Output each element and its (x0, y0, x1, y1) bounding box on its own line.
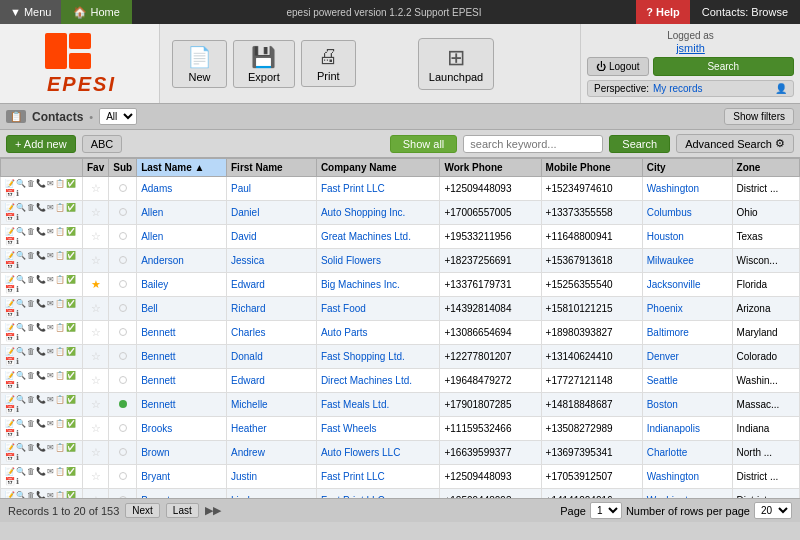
row-lastname[interactable]: Bennett (137, 321, 227, 345)
col-mobile[interactable]: Mobile Phone (541, 159, 642, 177)
row-lastname[interactable]: Bryant (137, 465, 227, 489)
help-button[interactable]: ? Help (636, 0, 690, 24)
col-fav[interactable]: Fav (83, 159, 109, 177)
col-zone[interactable]: Zone (732, 159, 799, 177)
row-company[interactable]: Fast Shopping Ltd. (316, 345, 440, 369)
row-sub[interactable] (109, 345, 137, 369)
edit-icon[interactable]: 📝 (5, 371, 15, 380)
row-firstname[interactable]: Edward (227, 369, 317, 393)
calendar-icon[interactable]: 📅 (5, 189, 15, 198)
row-lastname[interactable]: Adams (137, 177, 227, 201)
calendar-icon[interactable]: 📅 (5, 429, 15, 438)
task-icon[interactable]: ✅ (66, 371, 76, 380)
logout-button[interactable]: ⏻ Logout (587, 57, 649, 76)
row-company[interactable]: Fast Print LLC (316, 465, 440, 489)
email-icon[interactable]: ✉ (47, 395, 54, 404)
row-actions[interactable]: 📝 🔍 🗑 📞 ✉ 📋 ✅ 📅 ℹ (1, 297, 83, 321)
row-actions[interactable]: 📝 🔍 🗑 📞 ✉ 📋 ✅ 📅 ℹ (1, 369, 83, 393)
export-button[interactable]: 💾 Export (233, 40, 295, 88)
col-work[interactable]: Work Phone (440, 159, 541, 177)
view-icon[interactable]: 🔍 (16, 323, 26, 332)
row-actions[interactable]: 📝 🔍 🗑 📞 ✉ 📋 ✅ 📅 ℹ (1, 225, 83, 249)
phone-icon[interactable]: 📞 (36, 419, 46, 428)
launchpad-button[interactable]: ⊞ Launchpad (418, 38, 494, 90)
phone-icon[interactable]: 📞 (36, 443, 46, 452)
row-sub[interactable] (109, 393, 137, 417)
edit-icon[interactable]: 📝 (5, 323, 15, 332)
home-button[interactable]: 🏠 Home (61, 0, 131, 24)
row-company[interactable]: Fast Print LLC (316, 177, 440, 201)
row-company[interactable]: Solid Flowers (316, 249, 440, 273)
row-lastname[interactable]: Bennett (137, 393, 227, 417)
delete-icon[interactable]: 🗑 (27, 227, 35, 236)
view-icon[interactable]: 🔍 (16, 347, 26, 356)
view-icon[interactable]: 🔍 (16, 467, 26, 476)
row-city[interactable]: Columbus (642, 201, 732, 225)
calendar-icon[interactable]: 📅 (5, 453, 15, 462)
task-icon[interactable]: ✅ (66, 299, 76, 308)
note-icon[interactable]: 📋 (55, 299, 65, 308)
edit-icon[interactable]: 📝 (5, 227, 15, 236)
delete-icon[interactable]: 🗑 (27, 179, 35, 188)
row-company[interactable]: Direct Machines Ltd. (316, 369, 440, 393)
info-icon[interactable]: ℹ (16, 477, 19, 486)
note-icon[interactable]: 📋 (55, 251, 65, 260)
note-icon[interactable]: 📋 (55, 467, 65, 476)
phone-icon[interactable]: 📞 (36, 275, 46, 284)
edit-icon[interactable]: 📝 (5, 299, 15, 308)
row-actions[interactable]: 📝 🔍 🗑 📞 ✉ 📋 ✅ 📅 ℹ (1, 417, 83, 441)
edit-icon[interactable]: 📝 (5, 443, 15, 452)
calendar-icon[interactable]: 📅 (5, 381, 15, 390)
delete-icon[interactable]: 🗑 (27, 419, 35, 428)
email-icon[interactable]: ✉ (47, 251, 54, 260)
task-icon[interactable]: ✅ (66, 443, 76, 452)
note-icon[interactable]: 📋 (55, 227, 65, 236)
row-firstname[interactable]: Justin (227, 465, 317, 489)
task-icon[interactable]: ✅ (66, 275, 76, 284)
row-sub[interactable] (109, 177, 137, 201)
search-input[interactable] (463, 135, 603, 153)
row-firstname[interactable]: Paul (227, 177, 317, 201)
email-icon[interactable]: ✉ (47, 179, 54, 188)
row-actions[interactable]: 📝 🔍 🗑 📞 ✉ 📋 ✅ 📅 ℹ (1, 441, 83, 465)
row-actions[interactable]: 📝 🔍 🗑 📞 ✉ 📋 ✅ 📅 ℹ (1, 465, 83, 489)
row-fav[interactable]: ☆ (83, 249, 109, 273)
info-icon[interactable]: ℹ (16, 189, 19, 198)
row-sub[interactable] (109, 441, 137, 465)
star-icon[interactable]: ★ (91, 278, 101, 290)
note-icon[interactable]: 📋 (55, 491, 65, 498)
view-icon[interactable]: 🔍 (16, 203, 26, 212)
view-icon[interactable]: 🔍 (16, 227, 26, 236)
row-fav[interactable]: ☆ (83, 417, 109, 441)
view-icon[interactable]: 🔍 (16, 491, 26, 498)
email-icon[interactable]: ✉ (47, 467, 54, 476)
calendar-icon[interactable]: 📅 (5, 237, 15, 246)
row-lastname[interactable]: Anderson (137, 249, 227, 273)
star-icon[interactable]: ☆ (91, 470, 101, 482)
view-icon[interactable]: 🔍 (16, 275, 26, 284)
col-sub[interactable]: Sub (109, 159, 137, 177)
star-icon[interactable]: ☆ (91, 326, 101, 338)
abc-button[interactable]: ABC (82, 135, 123, 153)
row-city[interactable]: Boston (642, 393, 732, 417)
edit-icon[interactable]: 📝 (5, 275, 15, 284)
email-icon[interactable]: ✉ (47, 203, 54, 212)
row-firstname[interactable]: Jessica (227, 249, 317, 273)
row-fav[interactable]: ☆ (83, 177, 109, 201)
star-icon[interactable]: ☆ (91, 494, 101, 498)
info-icon[interactable]: ℹ (16, 237, 19, 246)
advanced-search-button[interactable]: Advanced Search ⚙ (676, 134, 794, 153)
delete-icon[interactable]: 🗑 (27, 347, 35, 356)
row-actions[interactable]: 📝 🔍 🗑 📞 ✉ 📋 ✅ 📅 ℹ (1, 393, 83, 417)
note-icon[interactable]: 📋 (55, 443, 65, 452)
delete-icon[interactable]: 🗑 (27, 323, 35, 332)
phone-icon[interactable]: 📞 (36, 323, 46, 332)
row-company[interactable]: Auto Shopping Inc. (316, 201, 440, 225)
col-city[interactable]: City (642, 159, 732, 177)
task-icon[interactable]: ✅ (66, 395, 76, 404)
star-icon[interactable]: ☆ (91, 398, 101, 410)
note-icon[interactable]: 📋 (55, 179, 65, 188)
task-icon[interactable]: ✅ (66, 419, 76, 428)
calendar-icon[interactable]: 📅 (5, 285, 15, 294)
star-icon[interactable]: ☆ (91, 350, 101, 362)
